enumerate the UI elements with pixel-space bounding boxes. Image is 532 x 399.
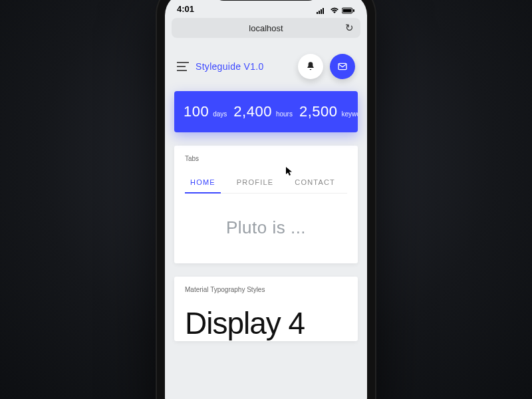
- status-icons: [317, 7, 355, 14]
- svg-rect-0: [317, 12, 318, 14]
- notifications-button[interactable]: [298, 54, 323, 79]
- tab-contact[interactable]: CONTACT: [293, 174, 336, 193]
- svg-rect-3: [323, 8, 324, 14]
- signal-icon: [317, 7, 327, 14]
- svg-rect-6: [353, 9, 354, 12]
- svg-rect-5: [343, 9, 352, 13]
- phone-frame: 4:01 localhost ↻ Styleguide V1.0: [156, 0, 376, 399]
- svg-rect-2: [321, 9, 322, 14]
- stat-value-keywords: 2,500: [299, 103, 338, 120]
- wifi-icon: [330, 7, 339, 14]
- tab-home[interactable]: HOME: [189, 174, 217, 193]
- address-bar[interactable]: localhost ↻: [172, 18, 360, 38]
- battery-icon: [342, 7, 355, 14]
- stat-value-hours: 2,400: [233, 103, 272, 120]
- page-content: Styleguide V1.0 100 days 2,400 hours 2,5…: [165, 47, 367, 341]
- mail-button[interactable]: [330, 54, 355, 79]
- phone-notch: [213, 0, 319, 1]
- typography-card: Material Typography Styles Display 4: [174, 277, 358, 341]
- typography-display4: Display 4: [185, 305, 347, 341]
- tab-profile[interactable]: PROFILE: [235, 174, 275, 193]
- tab-content: Pluto is ...: [185, 194, 347, 250]
- status-bar: 4:01: [165, 0, 367, 15]
- app-header: Styleguide V1.0: [174, 47, 358, 91]
- tabs-row: HOME PROFILE CONTACT: [185, 174, 347, 194]
- stat-label-hours: hours: [276, 110, 293, 118]
- address-url: localhost: [249, 23, 283, 33]
- tabs-card-label: Tabs: [185, 155, 347, 162]
- typography-card-label: Material Typography Styles: [185, 286, 347, 293]
- refresh-icon[interactable]: ↻: [345, 22, 354, 34]
- stats-card: 100 days 2,400 hours 2,500 keywords: [174, 91, 358, 132]
- phone-screen: 4:01 localhost ↻ Styleguide V1.0: [165, 0, 367, 399]
- mail-icon: [337, 61, 348, 72]
- status-time: 4:01: [177, 4, 194, 14]
- stat-label-days: days: [213, 110, 227, 118]
- stat-label-keywords: keywords: [341, 110, 358, 118]
- page-title: Styleguide V1.0: [196, 61, 291, 72]
- menu-icon[interactable]: [177, 62, 189, 71]
- stat-value-days: 100: [184, 103, 209, 120]
- bell-icon: [305, 61, 316, 72]
- tabs-card: Tabs HOME PROFILE CONTACT Pluto is ...: [174, 146, 358, 263]
- svg-rect-1: [319, 11, 320, 14]
